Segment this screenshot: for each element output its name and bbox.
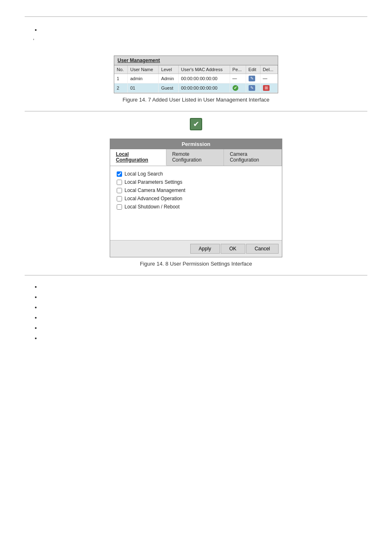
cell-no: 1 — [114, 74, 127, 83]
bottom-bullet-list — [41, 284, 367, 341]
col-level: Level — [159, 65, 178, 74]
bottom-bullet-5 — [41, 325, 367, 331]
table-row[interactable]: 1 admin Admin 00:00:00:00:00:00 — ✎ — — [114, 74, 278, 83]
checkbox-local-camera[interactable]: Local Camera Management — [117, 187, 275, 193]
figure-8-block: Permission Local Configuration Remote Co… — [25, 139, 367, 267]
tab-remote-configuration[interactable]: Remote Configuration — [166, 149, 224, 166]
checkbox-local-log-search[interactable]: Local Log Search — [117, 171, 275, 177]
bottom-section — [0, 275, 392, 354]
cell-mac: 00:00:00:00:00:00 — [178, 83, 230, 93]
cell-pe[interactable]: ✔ — [230, 83, 246, 93]
bullet-item-1 — [41, 27, 367, 33]
col-del: Del... — [260, 65, 277, 74]
cell-no: 2 — [114, 83, 127, 93]
col-no: No. — [114, 65, 127, 74]
permission-dialog: Permission Local Configuration Remote Co… — [110, 139, 282, 257]
bottom-bullet-2 — [41, 294, 367, 300]
comma-text: , — [33, 35, 367, 41]
cell-edit[interactable]: ✎ — [246, 83, 260, 93]
cell-level: Admin — [159, 74, 178, 83]
bullet-list-1 — [41, 27, 367, 33]
col-username: User Name — [127, 65, 158, 74]
user-management-title: User Management — [114, 56, 278, 65]
checkbox-label-local-advanced: Local Advanced Operation — [125, 196, 182, 201]
bottom-bullet-6 — [41, 335, 367, 341]
delete-icon[interactable]: ⊞ — [263, 85, 270, 91]
cell-del[interactable]: ⊞ — [260, 83, 277, 93]
checkbox-label-local-params: Local Parameters Settings — [125, 179, 182, 185]
checkbox-input-local-log[interactable] — [117, 171, 122, 177]
cell-del: — — [260, 74, 277, 83]
user-management-table-wrapper: User Management No. User Name Level User… — [114, 56, 278, 93]
permission-body: Local Log Search Local Parameters Settin… — [110, 166, 282, 240]
permission-footer: Apply OK Cancel — [110, 240, 282, 257]
bottom-bullet-3 — [41, 304, 367, 310]
checkbox-local-shutdown[interactable]: Local Shutdown / Reboot — [117, 204, 275, 210]
cell-level: Guest — [159, 83, 178, 93]
checkbox-local-params[interactable]: Local Parameters Settings — [117, 179, 275, 185]
col-edit: Edit — [246, 65, 260, 74]
user-management-table: No. User Name Level User's MAC Address P… — [114, 65, 278, 93]
permission-title: Permission — [110, 139, 282, 149]
checkbox-label-local-camera: Local Camera Management — [125, 187, 185, 193]
edit-icon[interactable]: ✎ — [249, 76, 255, 81]
checkbox-label-local-log: Local Log Search — [125, 171, 163, 177]
figure-7-caption: Figure 14. 7 Added User Listed in User M… — [122, 97, 270, 103]
figure-8-caption: Figure 14. 8 User Permission Settings In… — [140, 261, 252, 267]
divider-1 — [25, 111, 367, 111]
cancel-button[interactable]: Cancel — [246, 244, 279, 254]
ok-button[interactable]: OK — [221, 244, 245, 254]
bottom-bullet-4 — [41, 314, 367, 321]
page-container: , User Management No. User Name Level Us… — [0, 16, 392, 354]
table-header-row: No. User Name Level User's MAC Address P… — [114, 65, 278, 74]
apply-button[interactable]: Apply — [190, 244, 220, 254]
section1: , — [0, 17, 392, 47]
cell-username: 01 — [127, 83, 158, 93]
checkbox-input-local-advanced[interactable] — [117, 196, 122, 201]
bottom-bullet-1 — [41, 284, 367, 290]
cell-mac: 00:00:00:00:00:00 — [178, 74, 230, 83]
checkbox-input-local-params[interactable] — [117, 180, 122, 185]
checkbox-input-local-shutdown[interactable] — [117, 204, 122, 210]
checkmark-icon: ✔ — [190, 118, 202, 130]
permission-icon[interactable]: ✔ — [233, 85, 238, 91]
table-row[interactable]: 2 01 Guest 00:00:00:00:00:00 ✔ ✎ ⊞ — [114, 83, 278, 93]
tab-local-configuration[interactable]: Local Configuration — [110, 149, 166, 166]
checkmark-icon-wrap: ✔ — [0, 118, 392, 130]
permission-tabs: Local Configuration Remote Configuration… — [110, 149, 282, 166]
cell-edit[interactable]: ✎ — [246, 74, 260, 83]
col-mac: User's MAC Address — [178, 65, 230, 74]
checkbox-local-advanced[interactable]: Local Advanced Operation — [117, 196, 275, 201]
checkbox-label-local-shutdown: Local Shutdown / Reboot — [125, 204, 180, 210]
figure-7-block: User Management No. User Name Level User… — [25, 56, 367, 103]
checkbox-input-local-camera[interactable] — [117, 188, 122, 193]
tab-camera-configuration[interactable]: Camera Configuration — [224, 149, 282, 166]
edit-icon[interactable]: ✎ — [249, 85, 255, 91]
cell-username: admin — [127, 74, 158, 83]
cell-pe: — — [230, 74, 246, 83]
col-pe: Pe... — [230, 65, 246, 74]
